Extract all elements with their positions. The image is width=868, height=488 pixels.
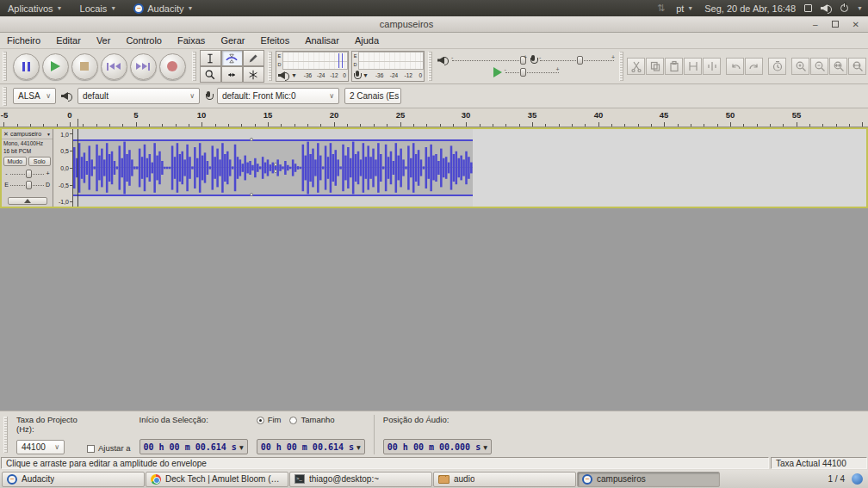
record-button[interactable]	[159, 53, 186, 80]
keyboard-layout-indicator[interactable]: pt▼	[673, 3, 696, 14]
length-radio[interactable]	[289, 417, 297, 424]
network-icon[interactable]: ⇅	[657, 3, 665, 14]
gain-slider[interactable]: - +	[2, 168, 53, 179]
draw-tool-button[interactable]	[243, 50, 264, 66]
audio-host-select[interactable]: ALSA∨	[13, 88, 56, 104]
applications-menu[interactable]: Aplicativos▼	[5, 0, 65, 16]
copy-button[interactable]	[646, 58, 664, 75]
zoom-to-selection-button[interactable]	[829, 58, 847, 75]
audio-position-field[interactable]: 00 h 00 m 00.000 s▾	[383, 439, 492, 454]
close-button[interactable]: ✕	[852, 20, 859, 29]
waveform-area[interactable]	[73, 129, 866, 207]
toolbar-grip[interactable]	[428, 52, 432, 81]
envelope-control-point[interactable]	[274, 163, 277, 166]
paste-button[interactable]	[665, 58, 683, 75]
chevron-down-icon[interactable]: ▼	[857, 5, 863, 11]
envelope-control-point[interactable]	[250, 138, 253, 141]
zoom-out-button[interactable]	[810, 58, 828, 75]
snap-to-checkbox[interactable]	[87, 445, 95, 453]
toolbar-grip[interactable]	[3, 417, 8, 453]
solo-button[interactable]: Solo	[28, 157, 52, 166]
audacity-app-menu[interactable]: ~ Audacity▼	[131, 0, 195, 16]
toolbar-grip[interactable]	[192, 52, 196, 81]
redo-button[interactable]	[745, 58, 763, 75]
project-rate-select[interactable]: 44100∨	[16, 440, 65, 454]
track-close-button[interactable]: ✕	[3, 131, 9, 138]
menu-gerar[interactable]: Gerar	[220, 35, 245, 46]
chevron-down-icon[interactable]: ▼	[363, 72, 369, 78]
zoom-tool-button[interactable]	[200, 66, 221, 83]
ruler-tick	[691, 124, 691, 127]
recording-device-select[interactable]: default: Front Mic:0∨	[217, 88, 339, 104]
volume-icon[interactable]	[821, 3, 832, 13]
undo-button[interactable]	[726, 58, 744, 75]
workspace-pager[interactable]: 1 / 4	[828, 474, 845, 484]
envelope-line-top[interactable]	[73, 139, 473, 141]
end-radio[interactable]	[257, 417, 264, 424]
toolbar-grip[interactable]	[3, 52, 7, 81]
maximize-button[interactable]	[832, 21, 839, 28]
power-icon[interactable]	[840, 4, 848, 12]
minimize-button[interactable]: –	[813, 20, 818, 29]
sync-lock-button[interactable]	[768, 58, 786, 75]
selection-tool-button[interactable]	[200, 50, 221, 66]
input-volume-slider[interactable]: -+	[540, 55, 614, 65]
cut-button[interactable]	[627, 58, 645, 75]
recording-meter[interactable]: E D ▼ -36-24-120	[351, 51, 425, 82]
playback-speed-slider[interactable]: -+	[505, 67, 559, 77]
chevron-down-icon[interactable]: ▼	[291, 72, 297, 78]
taskbar-window-audio-folder[interactable]: audio	[433, 472, 576, 487]
skip-to-start-button[interactable]	[101, 53, 127, 80]
vertical-scale-ruler[interactable]: 1,0 0,5 0,0 -0,5 -1,0	[53, 129, 73, 207]
taskbar-window-browser[interactable]: Deck Tech | Amulet Bloom (Mode...	[146, 472, 288, 487]
menu-efeitos[interactable]: Efeitos	[261, 35, 290, 46]
toolbar-grip[interactable]	[268, 52, 272, 81]
envelope-tool-button[interactable]	[221, 50, 243, 66]
pause-button[interactable]	[13, 53, 40, 80]
menu-ficheiro[interactable]: Ficheiro	[7, 35, 40, 46]
ruler-tick	[493, 124, 493, 127]
window-list-icon[interactable]	[804, 4, 812, 12]
taskbar-window-terminal[interactable]: >_ thiago@desktop:~	[289, 472, 432, 487]
playback-device-select[interactable]: default∨	[78, 88, 200, 104]
track-control-panel[interactable]: ✕ campuseiro ▼ Mono, 44100Hz 16 bit PCM …	[2, 129, 53, 207]
track-menu-icon[interactable]: ▼	[46, 132, 51, 137]
timeshift-tool-button[interactable]	[221, 66, 243, 83]
envelope-control-point[interactable]	[274, 170, 277, 173]
envelope-line-bottom[interactable]	[73, 195, 473, 196]
menu-ajuda[interactable]: Ajuda	[355, 35, 379, 46]
stop-button[interactable]	[71, 53, 98, 80]
toolbar-grip[interactable]	[619, 52, 623, 81]
selection-start-field[interactable]: 00 h 00 m 00.614 s▾	[140, 439, 248, 454]
taskbar-window-audacity[interactable]: ~ Audacity	[2, 472, 145, 487]
zoom-to-project-button[interactable]	[848, 58, 866, 75]
trim-button[interactable]	[684, 58, 702, 75]
menu-ver[interactable]: Ver	[96, 35, 111, 46]
play-at-speed-icon[interactable]	[493, 67, 502, 77]
window-titlebar[interactable]: campuseiros – ✕	[0, 16, 868, 33]
menu-controlo[interactable]: Controlo	[126, 35, 162, 46]
envelope-control-point[interactable]	[250, 193, 253, 196]
output-volume-slider[interactable]: -+	[452, 55, 526, 65]
mute-button[interactable]: Mudo	[3, 157, 27, 166]
timeline-ruler[interactable]: -5 0 5 10 15 20 25 30 35 40 45 50 55	[0, 108, 868, 127]
pan-slider[interactable]: E D	[2, 179, 53, 190]
recording-channels-select[interactable]: 2 Canais (Es∨	[344, 88, 401, 104]
menu-analisar[interactable]: Analisar	[305, 35, 339, 46]
play-button[interactable]	[42, 53, 69, 80]
multi-tool-button[interactable]	[243, 66, 264, 83]
silence-button[interactable]	[703, 58, 721, 75]
system-tray-icon[interactable]	[852, 473, 863, 485]
places-menu[interactable]: Locais▼	[78, 0, 120, 16]
project-canvas[interactable]	[0, 208, 868, 411]
menu-faixas[interactable]: Faixas	[177, 35, 205, 46]
taskbar-window-campuseiros[interactable]: ~ campuseiros	[577, 472, 720, 487]
zoom-in-button[interactable]	[791, 58, 809, 75]
toolbar-grip[interactable]	[3, 87, 7, 106]
selection-end-field[interactable]: 00 h 00 m 00.614 s▾	[257, 439, 365, 454]
skip-to-end-button[interactable]	[130, 53, 157, 80]
playback-meter[interactable]: E D ▼ -36-24-120	[276, 51, 349, 82]
clock[interactable]: Seg, 20 de Abr, 16:48	[704, 3, 796, 14]
menu-editar[interactable]: Editar	[56, 35, 81, 46]
collapse-track-button[interactable]	[8, 197, 47, 205]
